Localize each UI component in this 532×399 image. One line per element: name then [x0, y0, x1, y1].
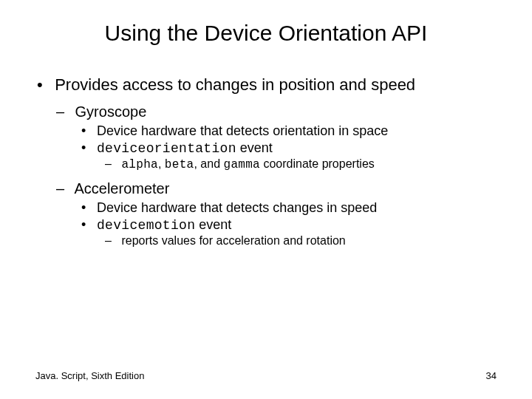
footer-left: Java. Script, Sixth Edition	[35, 370, 144, 381]
bullet-lvl1: Provides access to changes in position a…	[50, 75, 497, 248]
bullet-lvl2: Accelerometer Device hardware that detec…	[71, 180, 497, 248]
code-text: deviceorientation	[97, 141, 236, 156]
bullet-text: event	[236, 140, 273, 155]
slide-title: Using the Device Orientation API	[35, 21, 497, 46]
bullet-lvl3: Device hardware that detects orientation…	[93, 123, 497, 139]
sublist: reports values for acceleration and rota…	[93, 234, 497, 248]
bullet-list: Provides access to changes in position a…	[35, 75, 497, 248]
slide: Using the Device Orientation API Provide…	[0, 0, 532, 399]
code-text: alpha	[121, 158, 158, 171]
code-text: gamma	[224, 158, 261, 171]
bullet-text: event	[195, 217, 231, 232]
bullet-text: Device hardware that detects orientation…	[97, 123, 388, 138]
sublist: Gyroscope Device hardware that detects o…	[50, 103, 497, 248]
bullet-text: Provides access to changes in position a…	[55, 75, 415, 94]
bullet-text: Gyroscope	[75, 103, 147, 120]
bullet-text: Accelerometer	[74, 180, 169, 197]
bullet-lvl4: reports values for acceleration and rota…	[118, 234, 497, 248]
bullet-text: Device hardware that detects changes in …	[97, 200, 377, 215]
sublist: Device hardware that detects orientation…	[71, 123, 497, 171]
bullet-text: coordinate properties	[260, 157, 375, 170]
code-text: devicemotion	[97, 218, 195, 233]
bullet-text: reports values for acceleration and rota…	[121, 234, 345, 247]
sublist: Device hardware that detects changes in …	[71, 200, 497, 248]
bullet-lvl3: Device hardware that detects changes in …	[93, 200, 497, 216]
bullet-text: , and	[194, 157, 223, 170]
bullet-lvl4: alpha, beta, and gamma coordinate proper…	[118, 157, 497, 171]
bullet-text: ,	[158, 157, 165, 170]
slide-footer: Java. Script, Sixth Edition 34	[35, 370, 497, 381]
bullet-lvl2: Gyroscope Device hardware that detects o…	[71, 103, 497, 171]
sublist: alpha, beta, and gamma coordinate proper…	[93, 157, 497, 171]
code-text: beta	[165, 158, 194, 171]
page-number: 34	[486, 370, 497, 381]
bullet-lvl3: devicemotion event reports values for ac…	[93, 217, 497, 248]
bullet-lvl3: deviceorientation event alpha, beta, and…	[93, 140, 497, 171]
